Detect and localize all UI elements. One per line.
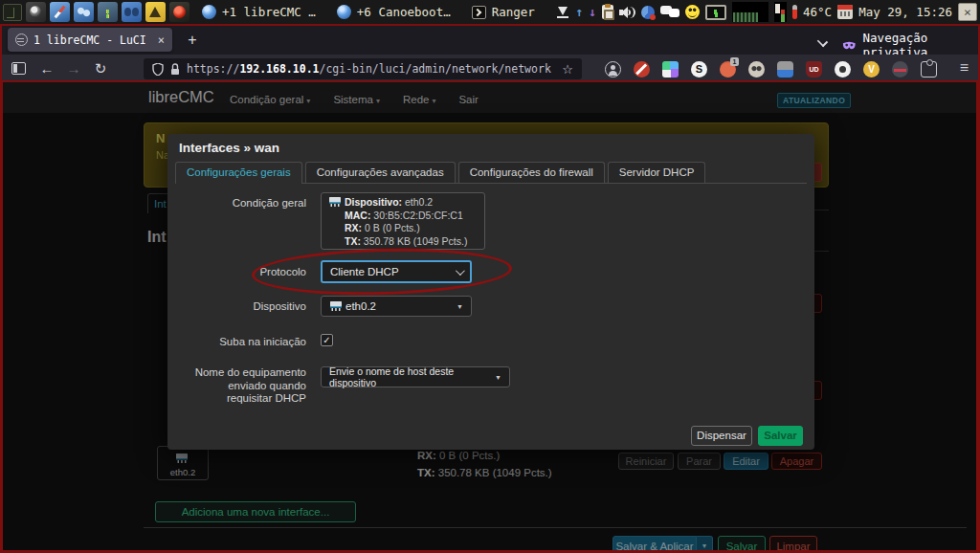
select-arrow-icon: ▼ [457,303,463,310]
person-extension-icon[interactable] [777,61,793,77]
browser-toolbar: ← → ↻ https://192.168.10.1/cgi-bin/luci/… [0,55,980,82]
tab-firewall-settings[interactable]: Configurações do firewall [458,162,605,183]
site-favicon [15,33,28,46]
volume-tray-icon[interactable] [619,6,635,19]
device-label: Dispositivo [167,300,306,312]
status-tx-line: TX: 350.78 KB (1049 Pcts.) [328,235,478,249]
chat-bubbles-tray-icon[interactable] [660,6,679,19]
network-knot-tray-icon[interactable] [641,6,655,19]
ethernet-device-icon [328,197,342,207]
bookmark-star-icon[interactable]: ☆ [562,62,573,77]
badge-extension-icon[interactable] [720,61,736,77]
tab-title: 1 libreCMC - LuCI [33,33,152,47]
compass-launcher-icon[interactable] [50,2,70,22]
clock[interactable]: May 29, 15:26 [858,5,952,19]
temperature-readout: 46°C [803,5,832,19]
extensions-puzzle-icon[interactable] [921,61,937,77]
panel-close-button[interactable]: × [958,3,977,21]
bring-up-checkbox[interactable]: ✓ [321,334,333,346]
profile-icon[interactable] [605,61,621,77]
device-status-box: Dispositivo: eth0.2 MAC: 30:B5:C2:D5:CF:… [321,192,485,250]
construction-sign-launcher-icon[interactable] [145,2,166,22]
taskbar-window-label: Ranger [492,5,535,19]
url-bar[interactable]: https://192.168.10.1/cgi-bin/luci/admin/… [144,58,582,79]
menu-hamburger-icon[interactable]: ≡ [960,59,969,77]
workspace-pager-icon[interactable] [3,4,22,21]
modal-tabs: Configurações gerais Configurações avanç… [175,162,807,184]
protocol-label: Protocolo [167,266,306,277]
thermometer-icon [792,5,797,19]
camera-launcher-icon[interactable] [26,2,46,22]
protocol-select[interactable]: Cliente DHCP [321,260,472,283]
system-tray: ↑ ↓ 46°C May 29, 15:26 × [557,2,977,22]
firefox-icon [202,5,216,19]
browser-tab-bar: 1 libreCMC - LuCI × + [0,24,980,55]
new-tab-button[interactable]: + [182,30,203,51]
clipboard-tray-icon[interactable] [602,5,613,19]
status-label: Condição geral [167,197,306,209]
screen: +1 libreCMC … +6 Canoeboot… Ranger ↑ ↓ 4… [0,0,980,553]
terminal-icon [472,6,486,19]
select-arrow-icon: ▼ [495,374,501,381]
forward-button[interactable]: → [60,60,87,77]
device-select[interactable]: eth0.2 ▼ [321,296,472,317]
download-arrow-icon[interactable]: ↓ [589,5,596,19]
ublock-shield-icon[interactable]: UD [806,61,822,77]
binoculars-launcher-icon[interactable] [122,2,142,22]
tab-general-settings[interactable]: Configurações gerais [175,162,302,183]
padlock-icon[interactable] [170,63,180,76]
taskbar-window-firefox-librecmc[interactable]: +1 libreCMC … [193,0,324,24]
chevron-down-icon [456,266,465,276]
world-map-launcher-icon[interactable] [74,2,94,22]
v-extension-icon[interactable]: V [863,61,880,77]
smiley-tray-icon[interactable] [685,5,700,19]
chart-launcher-icon[interactable] [98,2,118,22]
tracking-shield-icon[interactable] [152,63,164,76]
hostname-select[interactable]: Envie o nome de host deste dispositivo ▼ [321,366,510,387]
hostname-value: Envie o nome de host deste dispositivo [329,365,495,388]
taskbar-window-label: +1 libreCMC … [222,5,316,19]
extension-toolbar: S UD V [605,58,937,79]
taskbar-window-firefox-canoeboot[interactable]: +6 Canoeboot… [328,0,459,24]
containers-extension-icon[interactable] [662,61,679,77]
interface-edit-modal: Interfaces » wan Configurações gerais Co… [167,134,814,450]
tab-advanced-settings[interactable]: Configurações avançadas [305,162,456,183]
protocol-value: Cliente DHCP [330,266,399,277]
status-rx-line: RX: 0 B (0 Pcts.) [328,222,478,235]
sidebar-toggle-icon[interactable] [11,62,26,75]
taskbar-window-ranger[interactable]: Ranger [463,0,544,24]
hostname-label: Nome do equipamento enviado quando requi… [194,366,306,406]
save-button[interactable]: Salvar [758,426,803,446]
device-value: eth0.2 [345,300,376,312]
taskbar-window-label: +6 Canoeboot… [357,5,451,19]
tab-dhcp-server[interactable]: Servidor DHCP [608,162,706,183]
eye-extension-icon[interactable] [835,61,851,77]
system-monitor-tray-icon[interactable] [705,5,726,20]
url-text[interactable]: https://192.168.10.1/cgi-bin/luci/admin/… [187,62,551,76]
s-extension-icon[interactable]: S [691,61,707,77]
bring-up-label: Suba na iniciação [167,336,306,347]
firefox-icon [337,5,351,19]
back-button[interactable]: ← [33,60,60,77]
dismiss-button[interactable]: Dispensar [691,426,752,446]
cpu-history-graph[interactable] [732,2,768,22]
private-mask-icon [842,40,857,51]
status-mac-line: MAC: 30:B5:C2:D5:CF:C1 [328,210,478,223]
reload-button[interactable]: ↻ [87,60,114,77]
red-orb-launcher-icon[interactable] [169,2,189,22]
calendar-icon[interactable] [837,5,853,19]
status-device-line: Dispositivo: eth0.2 [328,196,478,210]
upload-arrow-icon[interactable]: ↑ [575,5,583,19]
browser-tab-active[interactable]: 1 libreCMC - LuCI × [8,28,172,52]
taskbar: +1 libreCMC … +6 Canoeboot… Ranger ↑ ↓ 4… [0,0,980,24]
tab-close-icon[interactable]: × [158,33,165,47]
tab-list-chevron-icon[interactable] [817,36,828,47]
owl-extension-icon[interactable] [748,61,765,77]
jack-tool-tray-icon[interactable] [557,6,569,18]
modal-title: Interfaces » wan [179,141,279,155]
load-bars-graph[interactable] [774,2,787,22]
ethernet-device-icon [329,301,343,311]
cap-extension-icon[interactable] [892,61,908,77]
noscript-extension-icon[interactable] [634,61,650,77]
volume-waves [629,7,635,18]
